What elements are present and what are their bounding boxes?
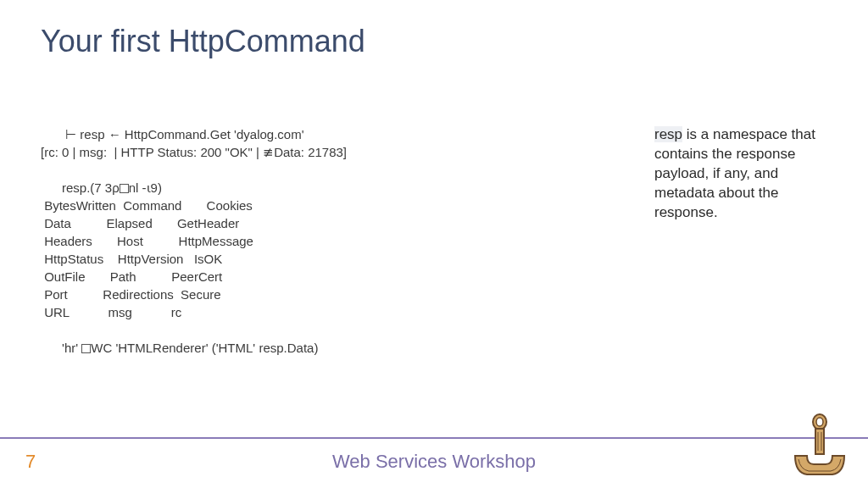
code-line: OutFile Path PeerCert xyxy=(41,269,222,284)
code-block: ⊢ resp ← HttpCommand.Get 'dyalog.com' [r… xyxy=(41,125,347,357)
code-line: resp.(7 3ρnl -⍳9) xyxy=(41,180,162,195)
footer-title: Web Services Workshop xyxy=(0,451,868,473)
code-line: HttpStatus HttpVersion IsOK xyxy=(41,252,222,266)
sidebar-note: resp is a namespace that contains the re… xyxy=(654,125,832,223)
quad-icon xyxy=(120,184,129,193)
code-line: Data Elapsed GetHeader xyxy=(41,216,239,230)
hammer-logo-icon xyxy=(790,413,849,481)
svg-rect-2 xyxy=(815,429,824,454)
code-line: [rc: 0 | msg: | HTTP Status: 200 "OK" | … xyxy=(41,145,347,159)
footer-divider xyxy=(0,437,868,439)
code-line: URL msg rc xyxy=(41,305,181,319)
code-line: ⊢ resp ← HttpCommand.Get 'dyalog.com' xyxy=(41,127,304,141)
code-line: BytesWritten Command Cookies xyxy=(41,198,253,213)
note-keyword: resp xyxy=(654,126,682,142)
code-line: Headers Host HttpMessage xyxy=(41,234,253,248)
slide-title: Your first HttpCommand xyxy=(41,24,365,59)
code-line: 'hr' WC 'HTMLRenderer' ('HTML' resp.Data… xyxy=(41,341,318,355)
svg-point-1 xyxy=(816,418,823,426)
code-line: Port Redirections Secure xyxy=(41,287,221,302)
quad-icon xyxy=(81,344,91,353)
